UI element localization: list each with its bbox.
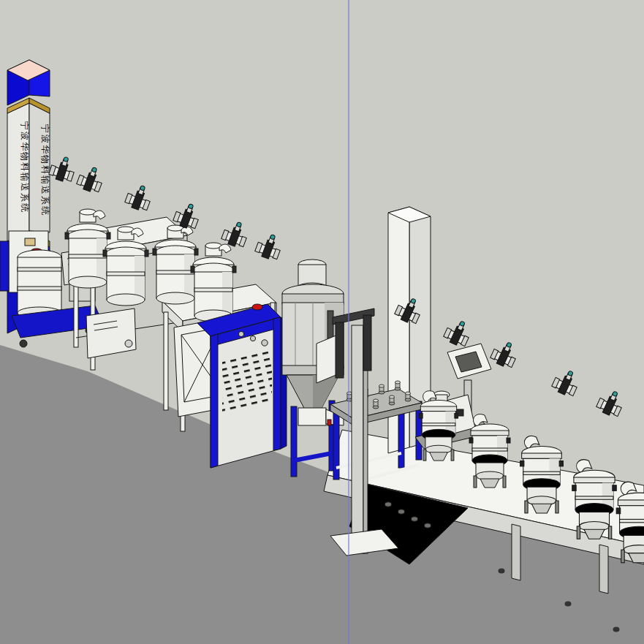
bench-leg <box>512 524 520 580</box>
panel-hole <box>398 509 405 514</box>
cabinet-strip <box>273 317 281 450</box>
panel-hole <box>385 502 392 507</box>
bench-leg <box>599 545 608 594</box>
pillar-text-front: 宁波华物料输送系统 <box>40 124 50 216</box>
manifold-leg <box>398 406 404 468</box>
pipe-end <box>499 569 505 574</box>
pipe-end <box>613 627 620 632</box>
outlet <box>298 408 326 425</box>
cabinet-strip <box>211 334 218 468</box>
manifold-leg <box>333 409 339 480</box>
blue-frame-bar <box>0 241 9 291</box>
control-knob <box>125 340 132 347</box>
access-panel <box>317 335 338 383</box>
pipe-end <box>565 602 572 607</box>
dryer-cabinet <box>197 304 287 468</box>
control-box <box>86 308 136 358</box>
table-leg <box>164 312 168 410</box>
pillar-text-side: 宁波华物料输送系统 <box>20 121 30 213</box>
red-cap <box>252 304 262 310</box>
panel-hole <box>425 523 431 528</box>
cad-3d-viewport[interactable]: 宁波华物料输送系统 宁波华物料输送系统 <box>0 0 644 644</box>
knob <box>238 331 243 336</box>
knob <box>262 340 268 346</box>
knob <box>250 336 255 341</box>
stand-leg <box>291 406 297 477</box>
panel-hole <box>412 517 418 521</box>
